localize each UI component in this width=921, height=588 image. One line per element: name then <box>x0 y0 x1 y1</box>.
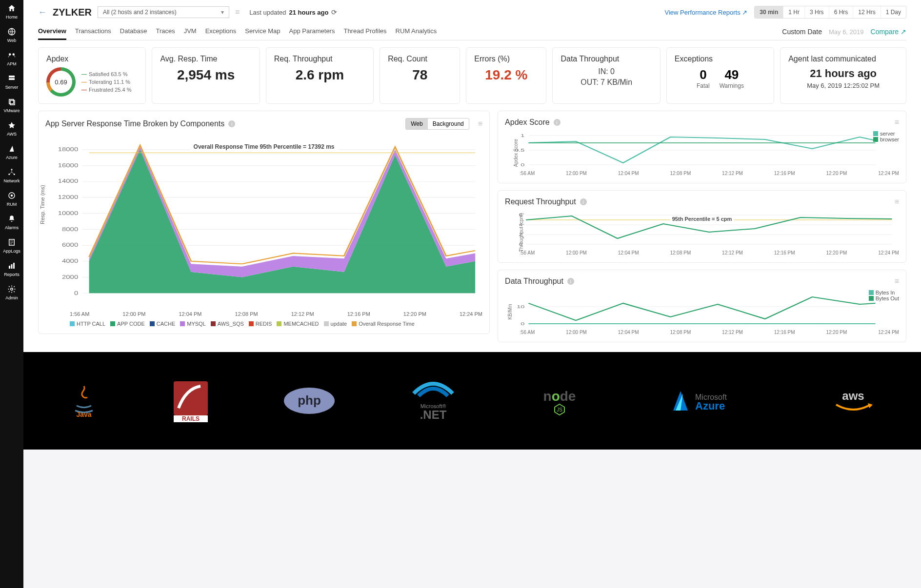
sidebar-item-applogs[interactable]: AppLogs <box>0 234 23 257</box>
tab-app-parameters[interactable]: App Parameters <box>289 23 335 40</box>
panel-request-throughput: Request Throughput i ≡ Throughput (cpm) … <box>498 190 906 263</box>
app-title: ZYLKER <box>53 7 92 18</box>
svg-text:0: 0 <box>521 321 524 326</box>
toggle-background[interactable]: Background <box>428 118 469 129</box>
sidebar-item-admin[interactable]: Admin <box>0 281 23 304</box>
sidebar-item-rum[interactable]: RUM <box>0 187 23 211</box>
svg-text:12000: 12000 <box>58 194 78 200</box>
svg-rect-13 <box>9 266 10 269</box>
network-icon <box>7 168 16 176</box>
back-icon[interactable]: ← <box>38 7 47 18</box>
data-throughput-legend: Bytes In Bytes Out <box>869 290 899 301</box>
panel-menu-icon[interactable]: ≡ <box>895 277 899 286</box>
svg-rect-5 <box>9 99 14 104</box>
apdex-legend: server browser <box>873 131 899 142</box>
server-icon <box>7 74 16 83</box>
svg-text:php: php <box>298 393 321 408</box>
svg-text:0: 0 <box>74 290 78 296</box>
svg-text:Java: Java <box>77 411 92 418</box>
logo-java: Java <box>69 384 99 418</box>
main-content: ← ZYLKER All (2 hosts and 2 instances) ≡… <box>23 0 921 450</box>
info-icon[interactable]: i <box>580 198 587 205</box>
tab-jvm[interactable]: JVM <box>184 23 197 40</box>
svg-point-2 <box>13 53 15 56</box>
svg-text:aws: aws <box>842 389 864 402</box>
globe-icon <box>7 27 16 36</box>
toggle-web[interactable]: Web <box>406 118 427 129</box>
view-reports-link[interactable]: View Performance Reports ↗ <box>665 9 748 16</box>
time-range-1day[interactable]: 1 Day <box>881 6 906 18</box>
svg-rect-15 <box>13 263 15 269</box>
time-range-3hrs[interactable]: 3 Hrs <box>805 6 829 18</box>
sidebar-item-web[interactable]: Web <box>0 23 23 47</box>
panel-menu-icon[interactable]: ≡ <box>895 118 899 127</box>
panel-menu-icon[interactable]: ≡ <box>478 119 482 128</box>
info-icon[interactable]: i <box>228 120 235 127</box>
kpi-exceptions: Exceptions 0Fatal 49Warnings <box>666 47 774 104</box>
panel-response-time: App Server Response Time Broken by Compo… <box>38 111 490 334</box>
time-range-30min[interactable]: 30 min <box>755 6 783 18</box>
response-time-legend: HTTP CALL APP CODE CACHE MYSQL AWS_SQS R… <box>45 321 482 327</box>
svg-text:18000: 18000 <box>58 146 78 153</box>
vmware-icon <box>7 98 16 106</box>
tab-overview[interactable]: Overview <box>38 23 66 40</box>
menu-lines-icon[interactable]: ≡ <box>235 8 240 17</box>
time-range-1hr[interactable]: 1 Hr <box>783 6 805 18</box>
request-throughput-chart: Throughput (cpm) 95th Percentile = 5 cpm… <box>505 210 899 249</box>
footer-logos: Java RAILS php Microsoft®.NET nodeJS Mic… <box>23 352 921 450</box>
tab-exceptions[interactable]: Exceptions <box>205 23 237 40</box>
reports-icon <box>7 261 16 270</box>
time-range-6hrs[interactable]: 6 Hrs <box>829 6 854 18</box>
panel-menu-icon[interactable]: ≡ <box>895 197 899 206</box>
time-range-12hrs[interactable]: 12 Hrs <box>853 6 881 18</box>
sidebar-item-apm[interactable]: APM <box>0 47 23 70</box>
apdex-gauge: 0.69 <box>46 67 76 97</box>
sidebar-item-aws[interactable]: AWS <box>0 117 23 140</box>
sidebar-item-server[interactable]: Server <box>0 70 23 94</box>
sidebar-item-network[interactable]: Network <box>0 164 23 187</box>
svg-rect-14 <box>11 264 13 269</box>
apm-icon <box>7 51 16 59</box>
sidebar-item-alarms[interactable]: Alarms <box>0 211 23 234</box>
kpi-req-count: Req. Count 78 <box>380 47 460 104</box>
tabs: Overview Transactions Database Traces JV… <box>38 23 437 40</box>
svg-rect-4 <box>9 78 15 80</box>
sidebar-item-reports[interactable]: Reports <box>0 257 23 281</box>
svg-text:JS: JS <box>557 407 562 412</box>
host-selector[interactable]: All (2 hosts and 2 instances) <box>98 6 229 18</box>
svg-text:6000: 6000 <box>62 242 78 248</box>
compare-link[interactable]: Compare ↗ <box>871 28 906 36</box>
tab-database[interactable]: Database <box>120 23 147 40</box>
response-time-chart: Resp. Time (ms) Overall Response Time 95… <box>45 134 482 309</box>
info-icon[interactable]: i <box>567 278 574 285</box>
response-time-toggle: Web Background <box>405 118 469 130</box>
svg-rect-60 <box>174 381 208 415</box>
svg-rect-6 <box>10 100 15 105</box>
svg-text:16000: 16000 <box>58 162 78 169</box>
sidebar-item-azure[interactable]: Azure <box>0 140 23 164</box>
response-time-xticks: 1:56 AM12:00 PM12:04 PM12:08 PM12:12 PM1… <box>45 311 482 317</box>
tab-service-map[interactable]: Service Map <box>245 23 280 40</box>
logo-node: nodeJS <box>530 384 589 418</box>
tab-rum-analytics[interactable]: RUM Analytics <box>396 23 437 40</box>
svg-point-1 <box>9 53 11 56</box>
custom-date-value[interactable]: May 6, 2019 <box>829 28 864 36</box>
header: ← ZYLKER All (2 hosts and 2 instances) ≡… <box>23 0 921 40</box>
refresh-icon[interactable]: ⟳ <box>331 8 337 16</box>
info-icon[interactable]: i <box>554 119 561 126</box>
kpi-agent: Agent last communicated 21 hours ago May… <box>780 47 906 104</box>
tab-traces[interactable]: Traces <box>156 23 175 40</box>
tab-thread-profiles[interactable]: Thread Profiles <box>343 23 386 40</box>
svg-text:RAILS: RAILS <box>182 415 200 422</box>
logo-azure: MicrosoftAzure <box>661 386 759 415</box>
azure-icon <box>7 144 16 153</box>
tab-transactions[interactable]: Transactions <box>75 23 111 40</box>
svg-text:14000: 14000 <box>58 178 78 184</box>
apdex-legend: Satisfied 63.5 % Tolerating 11.1 % Frust… <box>81 71 131 93</box>
svg-text:10000: 10000 <box>58 210 78 216</box>
sidebar-item-home[interactable]: Home <box>0 0 23 23</box>
kpi-req-throughput: Req. Throughput 2.6 rpm <box>266 47 374 104</box>
logo-rails: RAILS <box>171 379 210 423</box>
applogs-icon <box>7 238 16 247</box>
sidebar-item-vmware[interactable]: VMware <box>0 94 23 117</box>
